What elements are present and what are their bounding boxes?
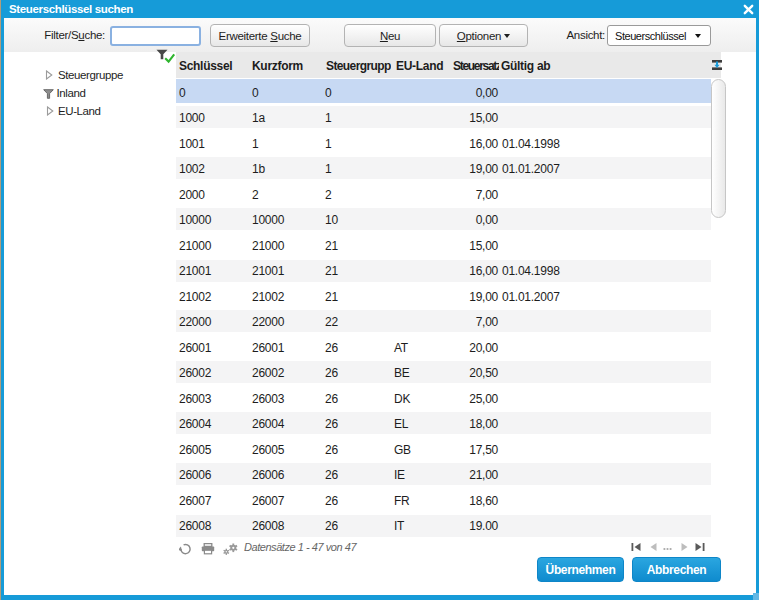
table-cell: 01.01.2007 [502, 290, 560, 304]
table-cell: 18,00 [428, 417, 498, 431]
table-row[interactable]: 2000227,00 [176, 180, 711, 206]
tree-item-label: EU-Land [58, 105, 101, 117]
table-cell: 16,00 [428, 264, 498, 278]
table-row[interactable]: 10011116,0001.04.1998 [176, 129, 711, 155]
table-cell: 26002 [179, 366, 211, 380]
apply-button[interactable]: Übernehmen [537, 557, 624, 582]
table-cell: BE [394, 366, 410, 380]
table-cell: 17,50 [428, 443, 498, 457]
column-header-kurzform[interactable]: Kurzform [252, 59, 318, 73]
table-cell: 26005 [179, 443, 211, 457]
table-cell: 26 [325, 417, 338, 431]
table-cell: 21 [325, 290, 338, 304]
collapsed-triangle-icon[interactable] [45, 70, 53, 80]
table-cell: 26006 [252, 468, 284, 482]
column-header-steuergruppe[interactable]: Steuergruppe [326, 59, 391, 73]
table-cell: 26008 [179, 519, 211, 533]
table-row[interactable]: 260052600526GB17,50 [176, 435, 711, 461]
table-cell: 1 [252, 137, 258, 151]
refresh-icon[interactable] [179, 543, 192, 555]
view-label: Ansicht: [555, 29, 605, 41]
table-row[interactable]: 260062600626IE21,00 [176, 461, 711, 487]
filter-search-input[interactable] [110, 26, 201, 46]
filter-search-label: Filter/Suche: [40, 29, 105, 41]
resize-grip[interactable] [753, 593, 759, 600]
table-row[interactable]: 10021b119,0001.01.2007 [176, 155, 711, 181]
column-header-eu-land[interactable]: EU-Land [396, 59, 448, 73]
table-cell: 21000 [179, 239, 211, 253]
filter-active-icon [156, 49, 178, 65]
table-cell: 7,00 [428, 188, 498, 202]
table-cell: 1b [252, 162, 265, 176]
table-cell: 0 [325, 86, 331, 100]
table-row[interactable]: 1000010000100,00 [176, 206, 711, 232]
table-row[interactable]: 21000210002115,00 [176, 231, 711, 257]
table-cell: 26001 [252, 341, 284, 355]
column-header-gueltig-ab[interactable]: Gültig ab [501, 59, 561, 73]
new-button[interactable]: Neu [344, 24, 436, 47]
table-cell: 0,00 [428, 86, 498, 100]
table-cell: 10 [325, 213, 338, 227]
table-cell: 1 [325, 137, 331, 151]
table-cell: 16,00 [428, 137, 498, 151]
table-row[interactable]: 260072600726FR18,60 [176, 486, 711, 512]
table-cell: 7,00 [428, 315, 498, 329]
column-header-schluessel[interactable]: Schlüssel [179, 59, 249, 73]
table-cell: 1 [325, 111, 331, 125]
table-cell: DK [394, 392, 410, 406]
table-cell: 26 [325, 443, 338, 457]
table-cell: 26003 [179, 392, 211, 406]
table-row[interactable]: 260012600126AT20,00 [176, 333, 711, 359]
table-cell: AT [394, 341, 408, 355]
table-row[interactable]: 21002210022119,0001.01.2007 [176, 282, 711, 308]
table-row[interactable]: 21001210012116,0001.04.1998 [176, 257, 711, 283]
table-row[interactable]: 10001a115,00 [176, 104, 711, 130]
column-header-steuersatz[interactable]: Steuersatz [453, 59, 499, 73]
table-row[interactable]: 260022600226BE20,50 [176, 359, 711, 385]
table-cell: 26 [325, 519, 338, 533]
pagination-prev-icon[interactable] [650, 543, 657, 551]
table-cell: 22000 [179, 315, 211, 329]
table-cell: 26 [325, 366, 338, 380]
table-cell: 26002 [252, 366, 284, 380]
table-cell: 26003 [252, 392, 284, 406]
cancel-button[interactable]: Abbrechen [632, 557, 721, 582]
pagination-last-icon[interactable] [695, 543, 705, 551]
collapsed-triangle-icon[interactable] [46, 106, 54, 116]
table-cell: 26007 [252, 494, 284, 508]
dialog-title: Steuerschlüssel suchen [9, 3, 133, 15]
table-row[interactable]: 2200022000227,00 [176, 308, 711, 334]
table-cell: 2 [252, 188, 258, 202]
options-button[interactable]: Optionen [439, 24, 528, 47]
table-row[interactable]: 260032600326DK25,00 [176, 384, 711, 410]
filter-funnel-icon [43, 89, 54, 99]
table-cell: IE [394, 468, 405, 482]
view-select[interactable]: Steuerschlüssel [607, 25, 711, 46]
table-cell: 1a [252, 111, 265, 125]
table-cell: 26 [325, 494, 338, 508]
pagination-first-icon[interactable] [631, 543, 641, 551]
table-row[interactable]: 260082600826IT19.00 [176, 512, 711, 538]
pagination-pages-dots[interactable] [663, 547, 672, 551]
settings-gears-icon[interactable] [223, 543, 239, 555]
table-cell: 19,00 [428, 290, 498, 304]
table-cell: 26006 [179, 468, 211, 482]
advanced-search-button[interactable]: Erweiterte Suche [210, 24, 310, 47]
table-row[interactable]: 260042600426EL18,00 [176, 410, 711, 436]
table-header: Schlüssel Kurzform Steuergruppe EU-Land … [176, 52, 721, 78]
table-cell: 21001 [252, 264, 284, 278]
table-cell: 21 [325, 239, 338, 253]
column-config-icon[interactable] [712, 60, 722, 70]
table-cell: 15,00 [428, 239, 498, 253]
vertical-scrollbar-thumb[interactable] [711, 79, 726, 218]
print-icon[interactable] [201, 543, 215, 555]
table-row[interactable]: 0000,00 [176, 78, 711, 104]
table-cell: 1001 [179, 137, 205, 151]
table-cell: 22 [325, 315, 338, 329]
pagination-next-icon[interactable] [681, 543, 688, 551]
table-cell: GB [394, 443, 411, 457]
close-icon[interactable] [743, 4, 754, 15]
table-cell: 26007 [179, 494, 211, 508]
table-cell: 15,00 [428, 111, 498, 125]
table-cell: 1000 [179, 111, 205, 125]
